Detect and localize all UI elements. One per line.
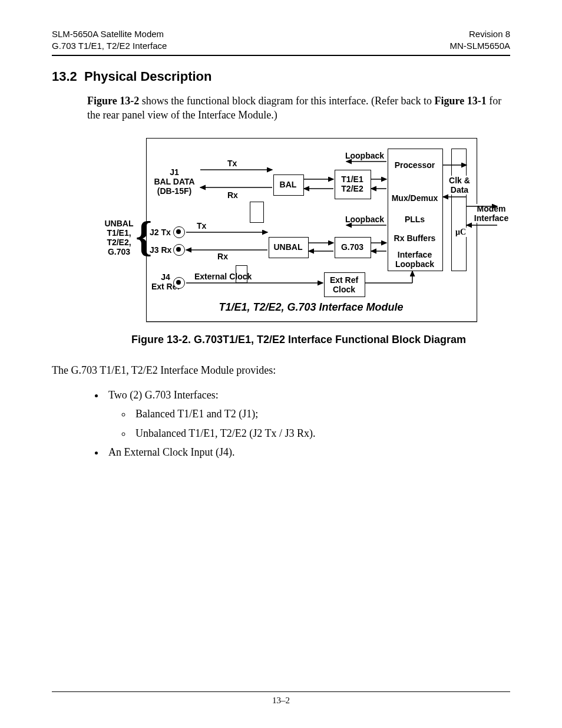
sub-bullet-2: Unbalanced T1/E1, T2/E2 (J2 Tx / J3 Rx).	[132, 426, 510, 440]
page-header: SLM-5650A Satellite Modem G.703 T1/E1, T…	[52, 28, 510, 51]
figure-caption: Figure 13-2. G.703T1/E1, T2/E2 Interface…	[87, 332, 510, 347]
section-number: 13.2	[52, 69, 77, 84]
page-number: 13–2	[272, 696, 290, 705]
page: SLM-5650A Satellite Modem G.703 T1/E1, T…	[0, 0, 562, 728]
svg-text:Rx: Rx	[217, 252, 228, 261]
svg-text:External Clock: External Clock	[194, 272, 252, 281]
header-rule	[52, 55, 510, 56]
section-title: Physical Description	[84, 69, 211, 84]
sub-bullet-1: Balanced T1/E1 and T2 (J1);	[132, 407, 510, 421]
section-heading: 13.2 Physical Description	[52, 69, 510, 84]
bullet-2: An External Clock Input (J4).	[105, 445, 510, 459]
body-lead: The G.703 T1/E1, T2/E2 Interface Module …	[52, 363, 510, 377]
footer-rule	[52, 691, 510, 692]
figure-ref-13-2: Figure 13-2	[87, 95, 139, 107]
header-left-2: G.703 T1/E1, T2/E2 Interface	[52, 40, 167, 52]
intro-paragraph: Figure 13-2 shows the functional block d…	[87, 94, 510, 123]
svg-text:Rx: Rx	[227, 190, 238, 200]
figure-ref-13-1: Figure 13-1	[434, 95, 486, 107]
header-right-1: Revision 8	[449, 28, 510, 40]
diagram-arrows: Tx Rx Tx Rx	[99, 133, 498, 321]
header-left-1: SLM-5650A Satellite Modem	[52, 28, 167, 40]
block-diagram: J1 BAL DATA (DB-15F) UNBAL T1/E1, T2/E2,…	[87, 133, 510, 321]
bullet-1: Two (2) G.703 Interfaces: Balanced T1/E1…	[105, 388, 510, 440]
header-right-2: MN-SLM5650A	[449, 40, 510, 52]
page-footer: 13–2	[52, 687, 510, 706]
bullet-list: Two (2) G.703 Interfaces: Balanced T1/E1…	[52, 388, 510, 459]
svg-text:Tx: Tx	[227, 159, 237, 168]
svg-text:Tx: Tx	[197, 221, 207, 230]
